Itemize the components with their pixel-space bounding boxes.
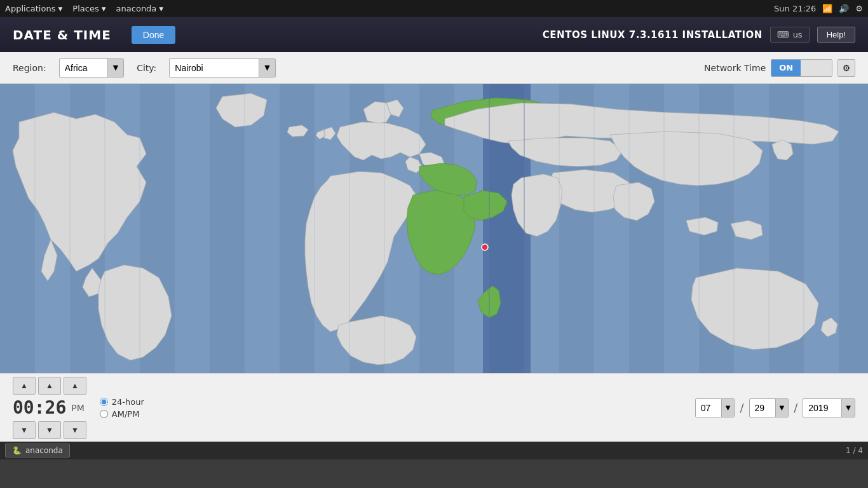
city-dot-nairobi xyxy=(482,244,488,250)
ampm-down-button[interactable]: ▼ xyxy=(64,421,86,439)
network-time-off[interactable] xyxy=(801,60,832,76)
places-menu[interactable]: Places ▼ xyxy=(72,4,105,13)
svg-rect-13 xyxy=(839,84,868,373)
date-time-header: DATE & TIME Done CENTOS LINUX 7.3.1611 I… xyxy=(0,17,868,52)
format-ampm-radio[interactable] xyxy=(100,410,108,418)
anaconda-menu[interactable]: anaconda ▼ xyxy=(116,4,164,13)
format-24h-option[interactable]: 24-hour xyxy=(100,397,144,407)
volume-icon: 🔊 xyxy=(839,4,849,13)
clock-display: Sun 21:26 xyxy=(774,4,816,13)
applications-arrow: ▼ xyxy=(58,6,62,12)
places-label: Places xyxy=(72,4,98,13)
time-display: 00:26 PM 24-hour AM/PM xyxy=(13,397,144,419)
minutes-up-button[interactable]: ▲ xyxy=(38,377,61,395)
applications-menu[interactable]: Applications ▼ xyxy=(5,4,62,13)
time-controls: ▲ ▲ ▲ 00:26 PM 24-hour AM/PM ▼ ▼ xyxy=(13,377,144,439)
help-button[interactable]: Help! xyxy=(817,27,855,43)
year-dropdown-arrow[interactable]: ▼ xyxy=(841,399,855,417)
network-time-on[interactable]: ON xyxy=(771,60,801,76)
network-time-toggle[interactable]: ON xyxy=(771,59,832,77)
city-select-container[interactable]: Nairobi ▼ xyxy=(169,58,275,78)
day-dropdown[interactable]: 29 xyxy=(750,403,775,413)
hours-down-button[interactable]: ▼ xyxy=(13,421,36,439)
taskbar-app-icon: 🐍 xyxy=(12,446,22,455)
network-time-label: Network Time xyxy=(704,63,766,73)
wifi-icon: 📶 xyxy=(822,4,832,13)
format-ampm-label: AM/PM xyxy=(112,409,140,419)
done-button[interactable]: Done xyxy=(132,26,175,44)
centos-title: CENTOS LINUX 7.3.1611 INSTALLATION xyxy=(543,29,763,41)
month-dropdown-arrow[interactable]: ▼ xyxy=(721,399,735,417)
keyboard-language-button[interactable]: ⌨ us xyxy=(770,27,810,43)
page-indicator: 1 / 4 xyxy=(846,446,863,455)
time-up-arrows: ▲ ▲ ▲ xyxy=(13,377,86,395)
region-city-row: Region: Africa Americas Asia Europe Paci… xyxy=(0,52,868,84)
hours-up-button[interactable]: ▲ xyxy=(13,377,36,395)
region-select-container[interactable]: Africa Americas Asia Europe Pacific ▼ xyxy=(59,58,124,78)
city-label: City: xyxy=(137,63,156,73)
year-select-container[interactable]: 2019 ▼ xyxy=(803,398,855,417)
taskbar-anaconda-item[interactable]: 🐍 anaconda xyxy=(5,444,70,458)
month-select-container[interactable]: 07 ▼ xyxy=(695,398,735,417)
month-dropdown[interactable]: 07 xyxy=(696,403,721,413)
timezone-map[interactable] xyxy=(0,84,868,373)
ampm-display: PM xyxy=(71,403,85,413)
taskbar: 🐍 anaconda 1 / 4 xyxy=(0,442,868,459)
ampm-up-button[interactable]: ▲ xyxy=(64,377,86,395)
top-menubar: Applications ▼ Places ▼ anaconda ▼ Sun 2… xyxy=(0,0,868,17)
city-dropdown[interactable]: Nairobi xyxy=(170,63,259,73)
format-ampm-option[interactable]: AM/PM xyxy=(100,409,144,419)
applications-label: Applications xyxy=(5,4,55,13)
hours-display: 00 xyxy=(13,397,34,418)
minutes-display: 26 xyxy=(45,397,67,418)
time-down-arrows: ▼ ▼ ▼ xyxy=(13,421,86,439)
taskbar-app-label: anaconda xyxy=(25,446,63,455)
system-icon: ⚙ xyxy=(855,4,863,13)
world-map-svg xyxy=(0,84,868,373)
page-title: DATE & TIME xyxy=(13,27,111,43)
day-select-container[interactable]: 29 ▼ xyxy=(749,398,789,417)
region-dropdown[interactable]: Africa Americas Asia Europe Pacific xyxy=(60,63,107,73)
year-dropdown[interactable]: 2019 xyxy=(803,403,841,413)
places-arrow: ▼ xyxy=(102,6,106,12)
anaconda-label: anaconda xyxy=(116,4,157,13)
day-dropdown-arrow[interactable]: ▼ xyxy=(775,399,789,417)
region-dropdown-arrow[interactable]: ▼ xyxy=(107,59,123,77)
anaconda-arrow: ▼ xyxy=(159,6,163,12)
time-format-options: 24-hour AM/PM xyxy=(100,397,144,419)
keyboard-lang: us xyxy=(793,30,803,39)
city-dropdown-arrow[interactable]: ▼ xyxy=(259,59,275,77)
keyboard-icon: ⌨ xyxy=(777,30,789,39)
svg-rect-4 xyxy=(210,84,245,373)
date-controls: 07 ▼ / 29 ▼ / 2019 ▼ xyxy=(695,398,855,417)
network-time-settings-button[interactable]: ⚙ xyxy=(837,59,855,77)
time-value: 00:26 xyxy=(13,397,66,418)
region-label: Region: xyxy=(13,63,46,73)
format-24h-label: 24-hour xyxy=(112,397,144,407)
bottom-controls: ▲ ▲ ▲ 00:26 PM 24-hour AM/PM ▼ ▼ xyxy=(0,373,868,442)
network-time-area: Network Time ON ⚙ xyxy=(704,59,855,77)
date-sep-2: / xyxy=(792,401,799,414)
date-sep-1: / xyxy=(738,401,745,414)
minutes-down-button[interactable]: ▼ xyxy=(38,421,61,439)
format-24h-radio[interactable] xyxy=(100,398,108,406)
